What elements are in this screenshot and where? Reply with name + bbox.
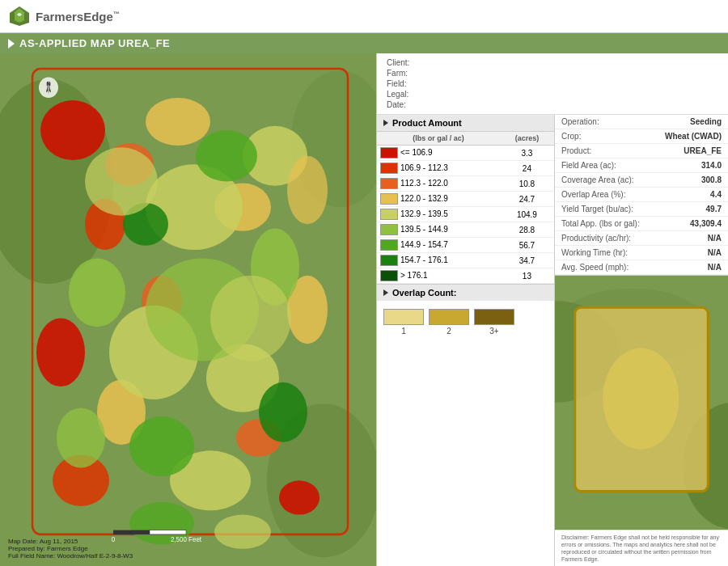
legend-row: <= 106.9 3.3 bbox=[377, 146, 554, 161]
map-svg: N 0 2,500 Feet bbox=[0, 53, 376, 566]
stat-overlap-label: Overlap Area (%): bbox=[555, 188, 653, 202]
legend-col2-header: (acres) bbox=[500, 132, 554, 146]
stat-speed-label: Avg. Speed (mph): bbox=[555, 260, 653, 275]
svg-point-31 bbox=[85, 147, 158, 216]
stat-field-area-label: Field Area (ac): bbox=[555, 158, 653, 173]
legal-value bbox=[413, 90, 718, 99]
svg-rect-42 bbox=[150, 530, 186, 534]
stat-total: Total App. (lbs or gal): 43,309.4 bbox=[555, 217, 728, 231]
svg-point-11 bbox=[279, 480, 320, 514]
logo-text: FarmersEdge™ bbox=[36, 10, 120, 23]
svg-point-9 bbox=[36, 319, 85, 387]
overlap-color-swatch bbox=[429, 309, 469, 325]
legend-expand-icon bbox=[383, 120, 388, 126]
legend-range-cell: 132.9 - 139.5 bbox=[377, 207, 500, 222]
legend-acres-cell: 3.3 bbox=[500, 146, 554, 161]
map-footer: Map Date: Aug 11, 2015 Prepared by: Farm… bbox=[8, 538, 133, 560]
expand-icon bbox=[8, 39, 15, 49]
legend-row: 106.9 - 112.3 24 bbox=[377, 161, 554, 176]
svg-point-34 bbox=[214, 515, 271, 549]
legend-title: Product Amount bbox=[392, 118, 462, 128]
farm-value bbox=[413, 69, 718, 78]
client-label: Client: bbox=[387, 58, 409, 67]
svg-point-28 bbox=[259, 382, 307, 442]
svg-point-35 bbox=[57, 408, 105, 468]
legend-range-cell: > 176.1 bbox=[377, 268, 500, 284]
overlap-item: 2 bbox=[429, 309, 469, 336]
stat-operation-label: Operation: bbox=[555, 115, 653, 129]
farm-label: Farm: bbox=[387, 69, 409, 78]
client-info: Client: Farm: Field: Legal: Date: bbox=[377, 53, 728, 115]
legend-color-swatch bbox=[380, 224, 398, 235]
legend-acres-cell: 34.7 bbox=[500, 253, 554, 268]
stats-panel: Operation: Seeding Crop: Wheat (CWAD) Pr… bbox=[555, 115, 728, 566]
svg-point-26 bbox=[129, 416, 194, 476]
client-value bbox=[413, 58, 718, 67]
overlap-header: Overlap Count: bbox=[377, 285, 554, 301]
stat-crop-value: Wheat (CWAD) bbox=[653, 129, 728, 144]
overlap-color-swatch bbox=[474, 309, 514, 325]
legal-label: Legal: bbox=[387, 90, 409, 99]
stat-product: Product: UREA_FE bbox=[555, 144, 728, 158]
legend-row: 154.7 - 176.1 34.7 bbox=[377, 253, 554, 268]
stat-coverage-value: 300.8 bbox=[653, 173, 728, 188]
overlap-title: Overlap Count: bbox=[392, 288, 456, 298]
overlap-label: 1 bbox=[401, 327, 406, 336]
stat-speed-value: N/A bbox=[653, 260, 728, 275]
svg-point-15 bbox=[146, 98, 210, 146]
stat-productivity-value: N/A bbox=[653, 231, 728, 246]
svg-text:N: N bbox=[46, 80, 50, 87]
legend-color-swatch bbox=[380, 163, 398, 174]
overlap-label: 2 bbox=[447, 327, 451, 336]
main-content: N 0 2,500 Feet Map Date: Aug 11, 2015 Pr… bbox=[0, 53, 728, 566]
date-label: Date: bbox=[387, 100, 409, 109]
stat-coverage-label: Coverage Area (ac): bbox=[555, 173, 653, 188]
svg-point-7 bbox=[40, 100, 105, 160]
legend-row: 144.9 - 154.7 56.7 bbox=[377, 238, 554, 253]
date-value bbox=[413, 100, 718, 109]
stat-total-value: 43,309.4 bbox=[653, 217, 728, 231]
stat-product-value: UREA_FE bbox=[653, 144, 728, 158]
farmers-edge-logo-icon bbox=[8, 5, 31, 27]
stat-yield: Yield Target (bu/ac): 49.7 bbox=[555, 202, 728, 217]
map-date: Map Date: Aug 11, 2015 bbox=[8, 538, 133, 545]
legend-range-cell: 144.9 - 154.7 bbox=[377, 238, 500, 253]
legend-acres-cell: 24.7 bbox=[500, 192, 554, 207]
legend-range-cell: 122.0 - 132.9 bbox=[377, 192, 500, 207]
thumbnail-background bbox=[555, 276, 728, 530]
svg-point-36 bbox=[287, 156, 328, 225]
disclaimer: Disclaimer: Farmers Edge shall not be he… bbox=[555, 530, 728, 566]
svg-point-27 bbox=[196, 130, 257, 181]
stat-yield-value: 49.7 bbox=[653, 202, 728, 217]
stat-field-area: Field Area (ac): 314.0 bbox=[555, 158, 728, 173]
right-content: Product Amount (lbs or gal / ac) (acres)… bbox=[377, 115, 728, 566]
stat-overlap-value: 4.4 bbox=[653, 188, 728, 202]
legend-panel: Product Amount (lbs or gal / ac) (acres)… bbox=[377, 115, 555, 566]
logo-area: FarmersEdge™ bbox=[8, 5, 120, 27]
map-title: AS-APPLIED MAP UREA_FE bbox=[19, 37, 170, 49]
overlap-label: 3+ bbox=[489, 327, 498, 336]
stat-total-label: Total App. (lbs or gal): bbox=[555, 217, 653, 231]
legend-acres-cell: 24 bbox=[500, 161, 554, 176]
overlap-item: 1 bbox=[383, 309, 424, 336]
legend-acres-cell: 28.8 bbox=[500, 222, 554, 238]
disclaimer-text: Disclaimer: Farmers Edge shall not be he… bbox=[561, 534, 719, 562]
legend-range-cell: 139.5 - 144.9 bbox=[377, 222, 500, 238]
header: FarmersEdge™ bbox=[0, 0, 728, 33]
stat-working-value: N/A bbox=[653, 246, 728, 260]
stat-productivity: Productivity (ac/hr): N/A bbox=[555, 231, 728, 246]
legend-row: 132.9 - 139.5 104.9 bbox=[377, 207, 554, 222]
legend-row: 112.3 - 122.0 10.8 bbox=[377, 176, 554, 192]
overlap-bar: 1 2 3+ bbox=[383, 306, 548, 339]
legend-acres-cell: 56.7 bbox=[500, 238, 554, 253]
map-panel: N 0 2,500 Feet Map Date: Aug 11, 2015 Pr… bbox=[0, 53, 376, 566]
svg-point-32 bbox=[210, 276, 291, 361]
legend-row: 139.5 - 144.9 28.8 bbox=[377, 222, 554, 238]
legend-col1-header: (lbs or gal / ac) bbox=[377, 132, 500, 146]
overlap-section: Overlap Count: 1 2 3+ bbox=[377, 284, 554, 342]
legend-row: 122.0 - 132.9 24.7 bbox=[377, 192, 554, 207]
legend-acres-cell: 10.8 bbox=[500, 176, 554, 192]
stat-crop: Crop: Wheat (CWAD) bbox=[555, 129, 728, 144]
legend-acres-cell: 13 bbox=[500, 268, 554, 284]
overlap-expand-icon bbox=[383, 289, 388, 296]
